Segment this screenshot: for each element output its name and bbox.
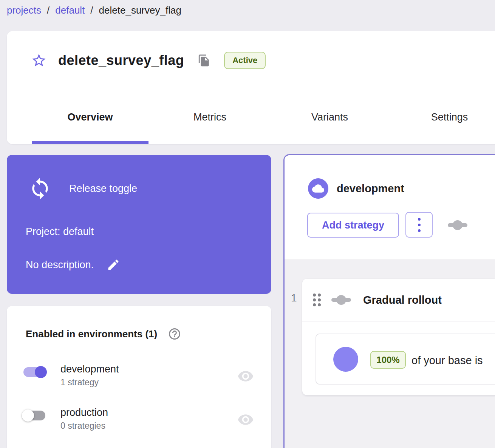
environment-cloud-icon bbox=[308, 178, 328, 199]
environment-row-development: development 1 strategy bbox=[7, 363, 271, 397]
gradual-rollout-icon bbox=[331, 295, 351, 305]
environment-toggle-icon[interactable] bbox=[448, 220, 467, 230]
edit-description-icon[interactable] bbox=[107, 258, 120, 272]
production-toggle[interactable] bbox=[23, 411, 45, 420]
flag-type-label: Release toggle bbox=[69, 183, 137, 195]
active-tab-indicator bbox=[32, 141, 148, 144]
flag-header-card: delete_survey_flag Active Overview Metri… bbox=[7, 31, 495, 144]
tab-variants[interactable]: Variants bbox=[270, 90, 390, 144]
flag-description: No description. bbox=[26, 259, 94, 271]
visibility-eye-icon[interactable] bbox=[237, 411, 254, 428]
rollout-percentage-badge: 100% bbox=[370, 351, 406, 369]
flag-project-label: Project: default bbox=[26, 226, 94, 238]
strategy-card-header: Gradual rollout bbox=[302, 279, 495, 321]
rollout-percentage-circle bbox=[333, 347, 358, 372]
copy-name-icon[interactable] bbox=[198, 54, 210, 67]
strategy-title: Gradual rollout bbox=[363, 294, 442, 306]
add-strategy-button[interactable]: Add strategy bbox=[307, 213, 399, 238]
flag-summary-card: Release toggle Project: default No descr… bbox=[7, 155, 271, 294]
breadcrumb-current-flag: delete_survey_flag bbox=[99, 5, 181, 16]
flag-title-row: delete_survey_flag Active bbox=[7, 31, 495, 90]
enabled-environments-card: Enabled in environments (1) development … bbox=[7, 306, 271, 448]
environment-name: production bbox=[60, 407, 108, 419]
strategy-order-number: 1 bbox=[291, 292, 297, 304]
environment-strategy-count: 0 strategies bbox=[60, 421, 108, 431]
status-badge: Active bbox=[224, 52, 266, 69]
panel-environment-name: development bbox=[337, 182, 404, 195]
environment-strategy-count: 1 strategy bbox=[60, 377, 119, 388]
enabled-environments-title: Enabled in environments (1) bbox=[26, 328, 157, 340]
tab-metrics[interactable]: Metrics bbox=[150, 90, 270, 144]
breadcrumb-separator: / bbox=[47, 5, 50, 16]
drag-handle-icon[interactable] bbox=[313, 294, 321, 306]
more-actions-button[interactable] bbox=[405, 212, 433, 238]
breadcrumb-separator: / bbox=[90, 5, 93, 16]
rollout-summary-box: 100% of your base is bbox=[316, 334, 495, 385]
strategy-card-gradual-rollout: Gradual rollout 100% of your base is bbox=[302, 279, 495, 395]
breadcrumb-link-project-default[interactable]: default bbox=[55, 5, 85, 16]
flag-tabs: Overview Metrics Variants Settings bbox=[7, 90, 495, 144]
environment-row-production: production 0 strategies bbox=[7, 407, 271, 441]
page-title: delete_survey_flag bbox=[58, 53, 184, 68]
environment-accordion-header: development Add strategy bbox=[285, 155, 495, 260]
environment-name: development bbox=[60, 363, 119, 375]
breadcrumb-link-projects[interactable]: projects bbox=[7, 5, 41, 16]
environment-accordion-development: development Add strategy 1 Gradual rollo… bbox=[283, 154, 495, 448]
breadcrumb: projects / default / delete_survey_flag bbox=[7, 5, 181, 16]
favorite-star-icon[interactable] bbox=[31, 53, 47, 68]
help-icon[interactable] bbox=[168, 327, 181, 341]
tab-overview[interactable]: Overview bbox=[30, 90, 150, 144]
rollout-description-text: of your base is bbox=[411, 354, 483, 367]
tab-settings[interactable]: Settings bbox=[390, 90, 495, 144]
development-toggle[interactable] bbox=[23, 367, 45, 377]
release-toggle-icon bbox=[28, 177, 52, 200]
visibility-eye-icon[interactable] bbox=[237, 368, 254, 385]
